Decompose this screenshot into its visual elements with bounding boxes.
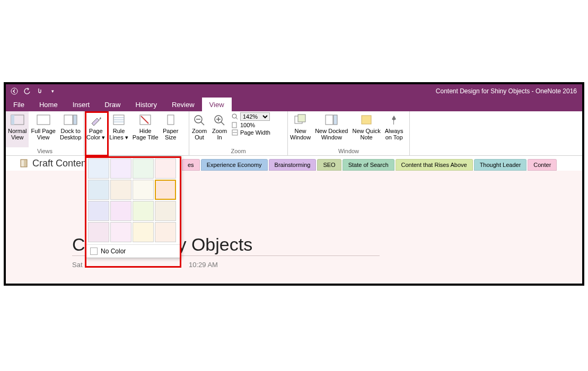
pin-icon: [386, 113, 402, 127]
svg-rect-5: [73, 115, 77, 125]
ribbon: Normal View Full Page View Dock to Deskt…: [6, 111, 582, 156]
hide-page-title-icon: [137, 113, 153, 127]
color-swatch[interactable]: [88, 222, 109, 242]
color-swatch[interactable]: [155, 201, 176, 221]
page-100-icon: [232, 122, 238, 128]
section-tab[interactable]: Brainstorming: [269, 159, 317, 171]
window-title: Content Design for Shiny Objects - OneNo…: [436, 87, 577, 95]
svg-rect-31: [21, 160, 24, 166]
menu-history[interactable]: History: [128, 98, 164, 111]
zoom-percent-select[interactable]: 142%: [240, 112, 270, 121]
color-swatch[interactable]: [155, 158, 176, 179]
zoom-percent-row[interactable]: 142%: [232, 112, 270, 121]
page-color-icon: [88, 113, 104, 127]
color-swatch[interactable]: [110, 222, 131, 242]
page-time: 10:29 AM: [189, 261, 218, 269]
title-bar: ▾ Content Design for Shiny Objects - One…: [6, 84, 582, 98]
window-group-label: Window: [288, 148, 409, 155]
svg-line-21: [236, 118, 238, 119]
color-swatch[interactable]: [110, 180, 131, 200]
full-page-view-button[interactable]: Full Page View: [29, 111, 57, 147]
menu-draw[interactable]: Draw: [97, 98, 128, 111]
hide-page-title-button[interactable]: Hide Page Title: [130, 111, 161, 147]
always-on-top-button[interactable]: Always on Top: [383, 111, 406, 147]
zoom-group-label: Zoom: [189, 148, 287, 155]
zoom-out-icon: [191, 113, 207, 127]
zoom-in-icon: [212, 113, 227, 127]
notebook-icon: [20, 158, 29, 168]
svg-rect-12: [168, 115, 174, 125]
paper-size-button[interactable]: Paper Size: [161, 111, 181, 147]
section-tab[interactable]: es: [182, 159, 200, 171]
svg-rect-27: [326, 115, 333, 125]
section-tabs: esExperience EconomyBrainstormingSEOStat…: [182, 156, 582, 171]
svg-point-20: [232, 114, 236, 118]
svg-point-0: [11, 88, 17, 94]
normal-view-button[interactable]: Normal View: [6, 111, 29, 147]
menu-review[interactable]: Review: [164, 98, 202, 111]
quick-note-icon: [358, 113, 374, 127]
color-swatch[interactable]: [133, 180, 154, 200]
section-tab[interactable]: State of Search: [343, 159, 394, 171]
page-date: Sat: [72, 261, 83, 269]
new-window-icon: [293, 113, 309, 127]
no-color-option[interactable]: No Color: [86, 244, 180, 258]
rule-lines-icon: [111, 113, 127, 127]
new-docked-window-button[interactable]: New Docked Window: [313, 111, 350, 147]
section-tab[interactable]: Thought Leader: [474, 159, 527, 171]
rule-lines-button[interactable]: Rule Lines ▾: [107, 111, 130, 147]
color-swatch[interactable]: [88, 180, 109, 200]
dock-to-desktop-button[interactable]: Dock to Desktop: [58, 111, 83, 147]
page-color-dropdown: No Color: [85, 156, 181, 258]
zoom-100-button[interactable]: 100%: [232, 122, 270, 128]
svg-rect-28: [334, 115, 337, 125]
paper-size-icon: [163, 113, 179, 127]
full-page-view-icon: [36, 113, 51, 127]
notebook-name[interactable]: Craft Content: [6, 158, 89, 169]
menu-view[interactable]: View: [202, 98, 232, 111]
page-width-icon: [232, 129, 238, 136]
color-swatch[interactable]: [110, 201, 131, 221]
magnifier-icon: [232, 113, 238, 120]
zoom-page-width-button[interactable]: Page Width: [232, 129, 270, 136]
new-window-button[interactable]: New Window: [288, 111, 313, 147]
menu-bar: File Home Insert Draw History Review Vie…: [6, 98, 582, 111]
menu-file[interactable]: File: [6, 98, 32, 111]
svg-rect-4: [64, 115, 73, 125]
undo-icon[interactable]: [23, 87, 31, 95]
section-tab[interactable]: SEO: [317, 159, 341, 171]
views-group-label: Views: [6, 148, 84, 155]
color-swatch[interactable]: [133, 158, 154, 179]
new-quick-note-button[interactable]: New Quick Note: [350, 111, 382, 147]
color-swatch[interactable]: [88, 158, 109, 179]
back-icon[interactable]: [10, 87, 19, 95]
svg-line-15: [201, 122, 204, 125]
menu-insert[interactable]: Insert: [65, 98, 98, 111]
color-swatch[interactable]: [110, 158, 131, 179]
svg-rect-29: [362, 116, 371, 124]
color-swatch[interactable]: [155, 180, 176, 200]
no-color-swatch-icon: [90, 248, 98, 255]
new-docked-window-icon: [323, 113, 339, 127]
color-swatch[interactable]: [88, 201, 109, 221]
normal-view-icon: [10, 113, 25, 127]
svg-rect-26: [298, 114, 305, 122]
page-color-button[interactable]: Page Color ▾: [84, 111, 107, 147]
zoom-out-button[interactable]: Zoom Out: [189, 111, 209, 147]
touch-mode-icon[interactable]: [36, 87, 44, 95]
color-swatch[interactable]: [133, 201, 154, 221]
svg-rect-22: [232, 122, 236, 128]
svg-rect-3: [37, 115, 50, 125]
section-tab[interactable]: Conter: [528, 159, 557, 171]
dock-to-desktop-icon: [63, 113, 78, 127]
menu-home[interactable]: Home: [32, 98, 65, 111]
color-swatch[interactable]: [155, 222, 176, 242]
section-tab[interactable]: Content that Rises Above: [396, 159, 473, 171]
zoom-in-button[interactable]: Zoom In: [209, 111, 230, 147]
svg-line-19: [221, 122, 224, 125]
color-swatch[interactable]: [133, 222, 154, 242]
qat-customize-icon[interactable]: ▾: [48, 87, 57, 95]
section-tab[interactable]: Experience Economy: [201, 159, 268, 171]
svg-rect-2: [11, 115, 14, 125]
